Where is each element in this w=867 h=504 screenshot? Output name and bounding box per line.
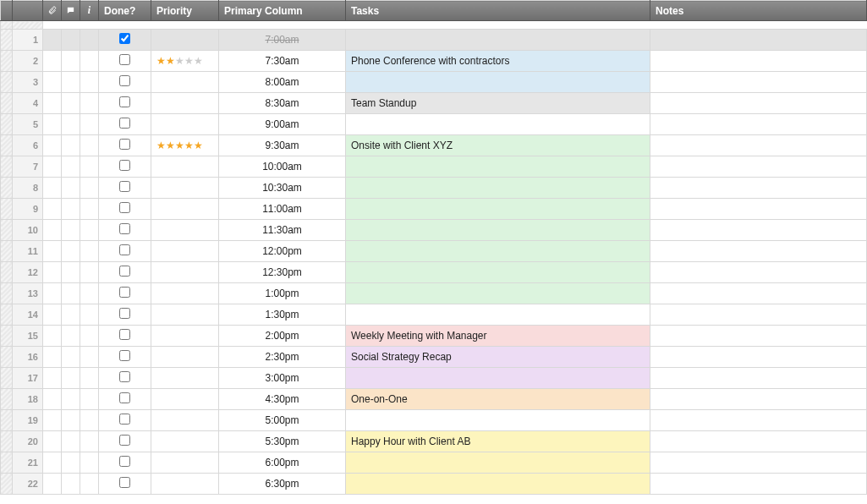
- cell-attach[interactable]: [43, 220, 62, 241]
- cell-attach[interactable]: [43, 452, 62, 474]
- table-row[interactable]: 17:00am: [1, 30, 867, 51]
- cell-comment[interactable]: [62, 72, 80, 93]
- cell-attach[interactable]: [43, 283, 62, 304]
- cell-notes[interactable]: [650, 156, 867, 178]
- cell-tasks[interactable]: Social Strategy Recap: [346, 347, 650, 368]
- done-checkbox[interactable]: [119, 329, 130, 340]
- cell-tasks[interactable]: [346, 241, 650, 262]
- cell-attach[interactable]: [43, 114, 62, 135]
- done-checkbox[interactable]: [119, 266, 130, 277]
- row-number[interactable]: 6: [13, 135, 43, 156]
- cell-comment[interactable]: [62, 431, 80, 452]
- cell-priority[interactable]: [151, 389, 219, 410]
- cell-done[interactable]: [99, 474, 151, 495]
- cell-attach[interactable]: [43, 347, 62, 368]
- cell-info[interactable]: [80, 262, 99, 283]
- cell-notes[interactable]: [650, 262, 867, 283]
- cell-priority[interactable]: [151, 368, 219, 389]
- cell-comment[interactable]: [62, 262, 80, 283]
- table-row[interactable]: 911:00am: [1, 199, 867, 220]
- row-number[interactable]: 22: [13, 474, 43, 495]
- done-checkbox[interactable]: [119, 160, 130, 171]
- cell-info[interactable]: [80, 452, 99, 474]
- row-number[interactable]: 21: [13, 452, 43, 474]
- cell-done[interactable]: [99, 51, 151, 72]
- done-checkbox[interactable]: [119, 392, 130, 403]
- cell-info[interactable]: [80, 51, 99, 72]
- cell-tasks[interactable]: [346, 304, 650, 326]
- cell-tasks[interactable]: [346, 262, 650, 283]
- cell-priority[interactable]: [151, 241, 219, 262]
- cell-tasks[interactable]: [346, 474, 650, 495]
- table-row[interactable]: 810:30am: [1, 178, 867, 199]
- cell-comment[interactable]: [62, 156, 80, 178]
- table-row[interactable]: 131:00pm: [1, 283, 867, 304]
- cell-primary[interactable]: 9:30am: [219, 135, 346, 156]
- col-attach[interactable]: [43, 1, 62, 21]
- cell-primary[interactable]: 11:00am: [219, 199, 346, 220]
- cell-priority[interactable]: [151, 199, 219, 220]
- done-checkbox[interactable]: [119, 244, 130, 255]
- cell-notes[interactable]: [650, 389, 867, 410]
- cell-priority[interactable]: [151, 72, 219, 93]
- cell-attach[interactable]: [43, 368, 62, 389]
- table-row[interactable]: 162:30pmSocial Strategy Recap: [1, 347, 867, 368]
- cell-notes[interactable]: [650, 220, 867, 241]
- cell-tasks[interactable]: One-on-One: [346, 389, 650, 410]
- table-row[interactable]: 173:00pm: [1, 368, 867, 389]
- row-number[interactable]: 16: [13, 347, 43, 368]
- cell-attach[interactable]: [43, 199, 62, 220]
- row-number[interactable]: 7: [13, 156, 43, 178]
- cell-priority[interactable]: [151, 283, 219, 304]
- cell-done[interactable]: [99, 135, 151, 156]
- cell-priority[interactable]: ★★★★★: [151, 135, 219, 156]
- cell-priority[interactable]: [151, 93, 219, 114]
- done-checkbox[interactable]: [119, 435, 130, 446]
- cell-done[interactable]: [99, 241, 151, 262]
- cell-info[interactable]: [80, 431, 99, 452]
- row-number[interactable]: 13: [13, 283, 43, 304]
- cell-priority[interactable]: [151, 220, 219, 241]
- cell-info[interactable]: [80, 93, 99, 114]
- cell-info[interactable]: [80, 220, 99, 241]
- cell-priority[interactable]: [151, 156, 219, 178]
- cell-notes[interactable]: [650, 410, 867, 431]
- cell-tasks[interactable]: [346, 30, 650, 51]
- table-row[interactable]: 141:30pm: [1, 304, 867, 326]
- cell-done[interactable]: [99, 156, 151, 178]
- cell-info[interactable]: [80, 156, 99, 178]
- cell-priority[interactable]: [151, 114, 219, 135]
- table-row[interactable]: 205:30pmHappy Hour with Client AB: [1, 431, 867, 452]
- col-notes[interactable]: Notes: [650, 1, 867, 21]
- cell-attach[interactable]: [43, 474, 62, 495]
- cell-tasks[interactable]: [346, 452, 650, 474]
- row-number[interactable]: 9: [13, 199, 43, 220]
- cell-primary[interactable]: 6:30pm: [219, 474, 346, 495]
- row-number[interactable]: 3: [13, 72, 43, 93]
- cell-comment[interactable]: [62, 326, 80, 347]
- done-checkbox[interactable]: [119, 96, 130, 107]
- cell-done[interactable]: [99, 220, 151, 241]
- cell-primary[interactable]: 2:30pm: [219, 347, 346, 368]
- table-row[interactable]: 216:00pm: [1, 452, 867, 474]
- done-checkbox[interactable]: [119, 414, 130, 425]
- cell-attach[interactable]: [43, 262, 62, 283]
- cell-done[interactable]: [99, 72, 151, 93]
- table-row[interactable]: 59:00am: [1, 114, 867, 135]
- col-gutter[interactable]: [1, 1, 13, 21]
- cell-priority[interactable]: [151, 474, 219, 495]
- cell-tasks[interactable]: Happy Hour with Client AB: [346, 431, 650, 452]
- cell-info[interactable]: [80, 72, 99, 93]
- cell-tasks[interactable]: [346, 72, 650, 93]
- cell-tasks[interactable]: [346, 410, 650, 431]
- cell-notes[interactable]: [650, 135, 867, 156]
- cell-notes[interactable]: [650, 347, 867, 368]
- row-number[interactable]: 5: [13, 114, 43, 135]
- row-number[interactable]: 20: [13, 431, 43, 452]
- cell-primary[interactable]: 5:00pm: [219, 410, 346, 431]
- cell-tasks[interactable]: [346, 156, 650, 178]
- cell-done[interactable]: [99, 114, 151, 135]
- cell-primary[interactable]: 5:30pm: [219, 431, 346, 452]
- row-number[interactable]: 1: [13, 30, 43, 51]
- cell-done[interactable]: [99, 304, 151, 326]
